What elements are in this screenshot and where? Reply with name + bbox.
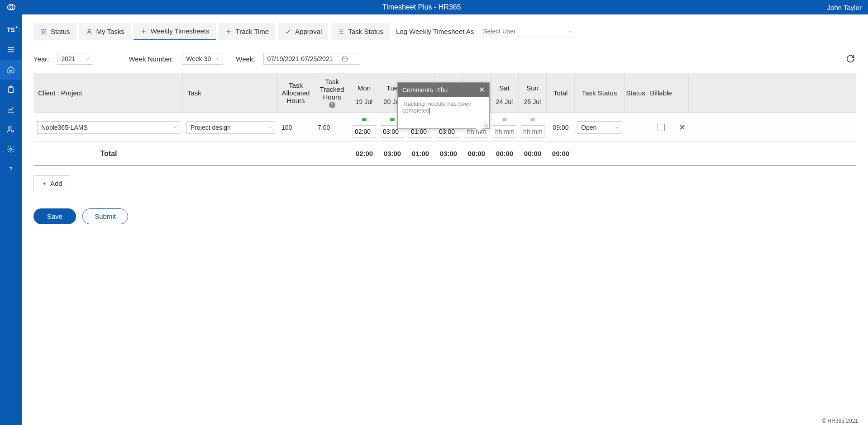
save-button[interactable]: Save bbox=[33, 208, 76, 224]
mon-input[interactable] bbox=[353, 125, 376, 138]
col-delete bbox=[675, 73, 689, 113]
tab-weekly-timesheets[interactable]: Weekly Timesheets bbox=[134, 23, 216, 40]
tab-track-time[interactable]: Track Time bbox=[219, 23, 276, 40]
app-logo-icon bbox=[6, 2, 16, 12]
svg-point-9 bbox=[43, 31, 44, 33]
svg-point-6 bbox=[10, 148, 12, 151]
col-status: Status bbox=[625, 73, 647, 113]
action-buttons: Save Submit bbox=[33, 208, 856, 224]
tab-weekly-label: Weekly Timesheets bbox=[151, 27, 210, 35]
popup-header[interactable]: Comments -Thu ✕ bbox=[398, 83, 489, 97]
col-allocated: Task Allocated Hours bbox=[278, 73, 314, 113]
svg-point-10 bbox=[88, 29, 90, 31]
tab-my-tasks[interactable]: My Tasks bbox=[79, 23, 131, 40]
col-billable: Billable bbox=[647, 73, 675, 113]
tab-approval-label: Approval bbox=[295, 28, 322, 35]
delete-row-button[interactable]: ✕ bbox=[679, 123, 686, 132]
row-total: 09:00 bbox=[547, 124, 575, 131]
comment-icon[interactable] bbox=[389, 117, 396, 123]
task-select[interactable]: Project design bbox=[186, 121, 275, 134]
tab-status-label: Status bbox=[51, 28, 70, 35]
svg-point-4 bbox=[9, 127, 11, 129]
tracked-hours: 7:00 bbox=[314, 124, 350, 131]
topbar: Timesheet Plus - HR365 John Taylor bbox=[0, 0, 868, 14]
week-range-value: 07/19/2021-07/25/2021 bbox=[267, 55, 333, 62]
total-fri: 00:00 bbox=[463, 150, 491, 157]
sidebar-item-home[interactable] bbox=[0, 60, 22, 80]
refresh-button[interactable] bbox=[844, 53, 856, 65]
task-status-select[interactable]: Open bbox=[577, 121, 622, 134]
week-number-label: Week Number: bbox=[129, 55, 174, 63]
col-tracked: Task Tracked Hours? bbox=[314, 73, 350, 113]
total-mon: 02:00 bbox=[350, 150, 378, 157]
comment-icon[interactable] bbox=[361, 117, 368, 123]
tab-task-status[interactable]: Task Status bbox=[331, 23, 390, 40]
tab-my-tasks-label: My Tasks bbox=[96, 28, 124, 35]
sat-input[interactable] bbox=[493, 125, 516, 138]
footer-copyright: © HR365 2021 bbox=[822, 418, 858, 424]
svg-rect-11 bbox=[343, 57, 348, 61]
submit-button[interactable]: Submit bbox=[82, 208, 128, 224]
week-number-select[interactable]: Week 30 bbox=[182, 53, 223, 65]
total-sat: 00:00 bbox=[491, 150, 519, 157]
app-title: Timesheet Plus - HR365 bbox=[16, 3, 827, 11]
popup-tail bbox=[476, 128, 483, 132]
col-sat: Sat24 Jul bbox=[491, 73, 519, 113]
status-icon bbox=[40, 28, 47, 35]
plus-icon bbox=[140, 28, 147, 35]
content-area: Status My Tasks Weekly Timesheets Track … bbox=[22, 14, 868, 425]
client-project-select[interactable]: Noble365-LAMS bbox=[37, 121, 180, 134]
allocated-hours: 100 bbox=[278, 124, 314, 131]
col-task-status: Task Status bbox=[575, 73, 625, 113]
col-client: Client : Project bbox=[33, 73, 183, 113]
col-task: Task bbox=[183, 73, 278, 113]
sidebar: TS+ bbox=[0, 14, 22, 425]
sidebar-item-help[interactable] bbox=[0, 159, 22, 179]
total-sun: 00:00 bbox=[519, 150, 547, 157]
comment-icon[interactable] bbox=[529, 117, 536, 123]
resize-handle-icon[interactable] bbox=[484, 123, 488, 128]
col-total: Total bbox=[547, 73, 575, 113]
svg-rect-8 bbox=[41, 29, 46, 34]
sidebar-item-clipboard[interactable] bbox=[0, 80, 22, 99]
tab-track-label: Track Time bbox=[236, 28, 269, 35]
sidebar-item-menu[interactable] bbox=[0, 40, 22, 60]
year-select[interactable]: 2021 bbox=[57, 53, 93, 65]
person-icon bbox=[86, 28, 93, 35]
grand-total: 09:00 bbox=[547, 150, 575, 157]
comments-popup: Comments -Thu ✕ Tracking module has been… bbox=[397, 82, 490, 129]
sidebar-item-user-settings[interactable] bbox=[0, 119, 22, 139]
svg-point-5 bbox=[12, 130, 14, 132]
total-tue: 03:00 bbox=[378, 150, 406, 157]
help-icon[interactable]: ? bbox=[329, 102, 335, 108]
add-row-button[interactable]: Add bbox=[33, 175, 70, 191]
week-range-input[interactable]: 07/19/2021-07/25/2021 bbox=[263, 53, 361, 65]
total-label: Total bbox=[33, 150, 183, 158]
sun-input[interactable] bbox=[521, 125, 544, 138]
calendar-icon bbox=[342, 56, 348, 62]
select-user-dropdown[interactable] bbox=[480, 26, 575, 37]
billable-checkbox[interactable] bbox=[658, 124, 665, 131]
check-icon bbox=[284, 28, 291, 35]
comment-icon[interactable] bbox=[501, 117, 508, 123]
total-thu: 03:00 bbox=[434, 150, 463, 157]
plus-icon bbox=[225, 28, 232, 35]
sidebar-item-chart[interactable] bbox=[0, 99, 22, 119]
sidebar-item-settings[interactable] bbox=[0, 139, 22, 159]
user-name[interactable]: John Taylor bbox=[827, 4, 862, 11]
tab-approval[interactable]: Approval bbox=[278, 23, 328, 40]
svg-point-7 bbox=[10, 171, 11, 172]
year-label: Year: bbox=[33, 55, 49, 63]
popup-title: Comments -Thu bbox=[402, 86, 448, 94]
sidebar-item-ts[interactable]: TS+ bbox=[0, 20, 22, 40]
popup-body[interactable]: Tracking module has been completed bbox=[398, 97, 489, 128]
total-wed: 01:00 bbox=[406, 150, 434, 157]
log-as-label: Log Weekly Timesheet As bbox=[396, 28, 474, 35]
filter-bar: Year: 2021 Week Number: Week 30 Week: 07… bbox=[33, 53, 856, 65]
tab-status[interactable]: Status bbox=[33, 23, 76, 40]
plus-icon bbox=[41, 180, 48, 187]
col-mon: Mon19 Jul bbox=[350, 73, 378, 113]
tab-bar: Status My Tasks Weekly Timesheets Track … bbox=[33, 23, 856, 40]
totals-row: Total 02:00 03:00 01:00 03:00 00:00 00:0… bbox=[33, 142, 856, 165]
close-icon[interactable]: ✕ bbox=[479, 85, 485, 94]
